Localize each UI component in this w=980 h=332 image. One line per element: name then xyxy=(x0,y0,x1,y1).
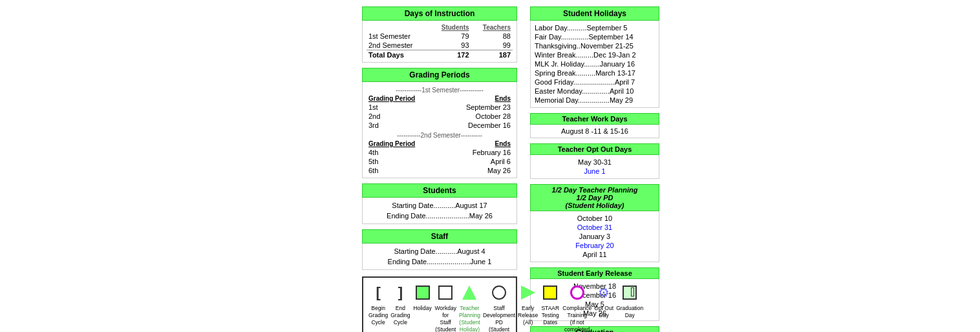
legend-teacher-planning: TeacherPlanning(StudentHoliday) xyxy=(459,283,480,332)
legend-workday: Workday forStaff(StudentHoliday) xyxy=(435,283,456,332)
legend-holiday-label: Holiday xyxy=(413,305,431,312)
teacher-opt-out-header: Teacher Opt Out Days xyxy=(530,143,659,155)
grading-row-period: 6th xyxy=(367,166,446,175)
student-early-release-header: Student Early Release xyxy=(530,267,659,279)
legend-early-release: EarlyRelease(All) xyxy=(518,283,538,326)
students-ending: Ending Date......................May 26 xyxy=(367,211,513,221)
student-holiday-item: Easter Monday..............April 10 xyxy=(535,87,655,96)
graduation-icon xyxy=(623,285,637,300)
staff-header: Staff xyxy=(362,229,517,244)
grading-row-ends: December 16 xyxy=(441,121,513,130)
legend-end-grading-label: End GradingCycle xyxy=(390,305,410,326)
student-holiday-item: Thanksgiving..November 21-25 xyxy=(535,41,655,50)
legend-graduation-label: Graduation Day xyxy=(616,305,643,319)
days-row-teachers: 88 xyxy=(471,32,513,41)
grading-row-ends: February 16 xyxy=(446,148,513,157)
sem1-col2: Ends xyxy=(441,94,513,103)
legend-end-grading: ] End GradingCycle xyxy=(390,283,410,326)
half-day-item: October 31 xyxy=(535,223,655,232)
legend-teacher-planning-label: TeacherPlanning(StudentHoliday) xyxy=(459,305,480,332)
legend-early-release-label: EarlyRelease(All) xyxy=(518,305,538,326)
legend-compliance-label: ComplianceTraining(If not completeddurin… xyxy=(562,305,591,332)
grading-row-period: 5th xyxy=(367,157,446,166)
bracket-left-icon: [ xyxy=(376,284,380,301)
student-holiday-item: Spring Break..........March 13-17 xyxy=(535,68,655,78)
legend-staff-development: StaffDevelopmentPD(StudentHoliday) xyxy=(483,283,515,332)
days-row-students: 79 xyxy=(430,32,471,41)
legend-opt-out-label: Opt Out Day xyxy=(594,305,613,319)
sem2-col1: Grading Period xyxy=(367,140,446,148)
early-release-icon xyxy=(521,285,535,300)
col-students: Students xyxy=(430,23,471,32)
legend-holiday: Holiday xyxy=(413,283,432,312)
student-holiday-item: MLK Jr. Holiday........January 16 xyxy=(535,59,655,68)
grading-periods-section: Grading Periods ------------1st Semester… xyxy=(362,68,517,178)
grading-row-period: 3rd xyxy=(367,121,441,130)
half-day-item: February 20 xyxy=(535,241,655,250)
student-holiday-item: Winter Break.........Dec 19-Jan 2 xyxy=(535,50,655,59)
sem2-label: -----------2nd Semester---------- xyxy=(367,132,513,139)
sem1-col1: Grading Period xyxy=(367,94,441,103)
legend-staar: STAARTestingDates xyxy=(540,283,560,326)
student-holidays-header: Student Holidays xyxy=(530,6,659,21)
teacher-opt-out-item: June 1 xyxy=(535,167,655,176)
holiday-icon xyxy=(416,285,430,300)
grading-row-period: 1st xyxy=(367,103,441,112)
student-holiday-item: Fair Day..............September 14 xyxy=(535,32,655,41)
students-header: Students xyxy=(362,183,517,198)
student-holidays-section: Student Holidays Labor Day..........Sept… xyxy=(530,6,659,108)
legend-container: [ BeginGradingCycle ] End GradingCycle xyxy=(362,276,517,332)
graduation-header: Graduation xyxy=(530,326,659,332)
legend-begin-grading: [ BeginGradingCycle xyxy=(368,283,388,326)
bracket-right-icon: ] xyxy=(398,284,403,301)
days-row-label: 1st Semester xyxy=(367,32,430,41)
teacher-work-days-header: Teacher Work Days xyxy=(530,113,659,125)
students-section: Students Starting Date...........August … xyxy=(362,183,517,224)
grading-periods-header: Grading Periods xyxy=(362,68,517,82)
teacher-opt-out-item: May 30-31 xyxy=(535,158,655,167)
days-row-students: 172 xyxy=(430,50,471,60)
compliance-icon xyxy=(570,285,584,300)
days-row-label: 2nd Semester xyxy=(367,41,430,50)
legend-begin-grading-label: BeginGradingCycle xyxy=(368,305,388,326)
days-instruction-header: Days of Instruction xyxy=(362,6,517,21)
staff-section: Staff Starting Date...........August 4 E… xyxy=(362,229,517,270)
teacher-work-days-content: August 8 -11 & 15-16 xyxy=(535,127,655,135)
legend-graduation: Graduation Day xyxy=(616,283,643,319)
half-day-item: January 3 xyxy=(535,232,655,241)
half-day-item: October 10 xyxy=(535,214,655,223)
grading-row-ends: September 23 xyxy=(441,103,513,112)
opt-out-icon: ⚙ xyxy=(598,285,610,300)
student-holiday-item: Memorial Day................May 29 xyxy=(535,96,655,105)
grading-row-ends: October 28 xyxy=(441,112,513,121)
days-row-label: Total Days xyxy=(367,50,430,60)
days-row-students: 93 xyxy=(430,41,471,50)
sem1-label: ------------1st Semester----------- xyxy=(367,87,513,94)
legend-workday-label: Workday forStaff(StudentHoliday) xyxy=(435,305,456,332)
grading-row-ends: May 26 xyxy=(446,166,513,175)
teacher-opt-out-section: Teacher Opt Out Days May 30-31June 1 xyxy=(530,143,659,179)
days-instruction-section: Days of Instruction Students Teachers 1s… xyxy=(362,6,517,63)
legend-compliance: ComplianceTraining(If not completeddurin… xyxy=(562,283,591,332)
student-holiday-item: Labor Day..........September 5 xyxy=(535,23,655,32)
grading-row-ends: April 6 xyxy=(446,157,513,166)
grading-row-period: 4th xyxy=(367,148,446,157)
days-row-teachers: 187 xyxy=(471,50,513,60)
staar-icon xyxy=(543,285,557,300)
students-starting: Starting Date...........August 17 xyxy=(367,200,513,211)
graduation-section: Graduation May 27 xyxy=(530,326,659,332)
half-day-header: 1/2 Day Teacher Planning 1/2 Day PD (Stu… xyxy=(530,184,659,211)
legend-staff-development-label: StaffDevelopmentPD(StudentHoliday) xyxy=(483,305,515,332)
staff-dev-icon xyxy=(492,285,506,300)
col-teachers: Teachers xyxy=(471,23,513,32)
staff-starting: Starting Date...........August 4 xyxy=(367,246,513,256)
teacher-planning-icon xyxy=(462,285,476,300)
grading-row-period: 2nd xyxy=(367,112,441,121)
legend-opt-out: ⚙ Opt Out Day xyxy=(594,283,613,319)
student-holiday-item: Good Friday.....................April 7 xyxy=(535,78,655,87)
center-panel: Days of Instruction Students Teachers 1s… xyxy=(362,6,517,332)
staff-ending: Ending Date......................June 1 xyxy=(367,256,513,267)
teacher-work-days-section: Teacher Work Days August 8 -11 & 15-16 xyxy=(530,113,659,138)
sem2-col2: Ends xyxy=(446,140,513,148)
days-row-teachers: 99 xyxy=(471,41,513,50)
